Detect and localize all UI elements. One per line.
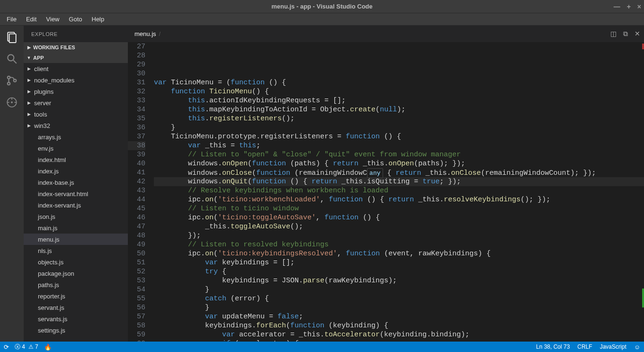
compare-icon[interactable]: ⧉ xyxy=(623,30,628,38)
chevron-right-icon: ▶ xyxy=(27,45,31,50)
menu-help[interactable]: Help xyxy=(87,16,109,23)
sidebar-title: EXPLORE xyxy=(24,26,128,42)
file-env-js[interactable]: env.js xyxy=(24,143,128,154)
chevron-right-icon: ▶ xyxy=(27,89,32,94)
window-close-icon[interactable]: × xyxy=(637,3,641,10)
window-title: menu.js - app - Visual Studio Code xyxy=(271,3,373,10)
feedback-icon[interactable]: ☺ xyxy=(634,343,640,351)
svg-point-8 xyxy=(11,102,12,103)
code-editor[interactable]: 2728293031323334353637383940414243444546… xyxy=(128,42,644,342)
file-reporter-js[interactable]: reporter.js xyxy=(24,290,128,302)
warning-icon: ⚠ xyxy=(28,343,34,350)
file-index-base-js[interactable]: index-base.js xyxy=(24,177,128,188)
file-menu-js[interactable]: menu.js xyxy=(24,234,128,245)
svg-point-4 xyxy=(8,76,10,79)
file-objects-js[interactable]: objects.js xyxy=(24,256,128,268)
flame-icon[interactable]: 🔥 xyxy=(44,343,52,351)
file-servant-js[interactable]: servant.js xyxy=(24,302,128,313)
svg-point-5 xyxy=(8,82,10,85)
chevron-right-icon: ▶ xyxy=(27,123,32,128)
tab-bar: menu.js / ◫ ⧉ ✕ xyxy=(128,26,644,42)
folder-plugins[interactable]: ▶plugins xyxy=(24,86,128,97)
file-settings-js[interactable]: settings.js xyxy=(24,325,128,336)
status-bar: ⟳ ⓧ 4 ⚠ 7 🔥 Ln 38, Col 73 CRLF JavaScrip… xyxy=(0,342,644,352)
svg-point-6 xyxy=(14,79,16,81)
folder-tools[interactable]: ▶tools xyxy=(24,108,128,120)
close-editor-icon[interactable]: ✕ xyxy=(635,30,640,38)
menu-view[interactable]: View xyxy=(41,16,64,23)
window-minimize-icon[interactable]: — xyxy=(614,3,620,10)
file-servants-js[interactable]: servants.js xyxy=(24,313,128,325)
parameter-hint: any xyxy=(367,168,383,178)
error-icon: ⓧ xyxy=(15,343,20,350)
file-main-js[interactable]: main.js xyxy=(24,222,128,234)
sync-icon[interactable]: ⟳ xyxy=(4,343,9,351)
file-package-json[interactable]: package.json xyxy=(24,268,128,279)
window-titlebar: menu.js - app - Visual Studio Code — + × xyxy=(0,0,644,13)
file-index-html[interactable]: index.html xyxy=(24,154,128,165)
folder-client[interactable]: ▶client xyxy=(24,63,128,74)
status-lang[interactable]: JavaScript xyxy=(600,343,626,350)
chevron-right-icon: ▶ xyxy=(27,66,32,71)
explorer-icon[interactable] xyxy=(5,30,18,44)
menubar: File Edit View Goto Help xyxy=(0,13,644,26)
overview-git-marker xyxy=(642,289,644,307)
menu-edit[interactable]: Edit xyxy=(21,16,41,23)
window-maximize-icon[interactable]: + xyxy=(627,3,631,10)
file-index-servant-js[interactable]: index-servant.js xyxy=(24,199,128,211)
menu-file[interactable]: File xyxy=(2,16,21,23)
debug-icon[interactable] xyxy=(5,96,18,109)
status-errors[interactable]: ⓧ 4 ⚠ 7 xyxy=(15,343,38,351)
overview-error-marker xyxy=(642,44,644,49)
chevron-right-icon: ▶ xyxy=(27,112,32,117)
svg-point-2 xyxy=(8,54,14,61)
folder-win32[interactable]: ▶win32 xyxy=(24,120,128,131)
status-cursor[interactable]: Ln 38, Col 73 xyxy=(536,343,570,350)
sidebar-section-working[interactable]: ▶ WORKING FILES xyxy=(24,42,128,53)
chevron-down-icon: ▼ xyxy=(27,55,31,60)
sidebar-section-project[interactable]: ▼ APP xyxy=(24,53,128,63)
file-arrays-js[interactable]: arrays.js xyxy=(24,131,128,143)
split-editor-icon[interactable]: ◫ xyxy=(610,30,617,38)
svg-line-3 xyxy=(13,60,17,63)
folder-server[interactable]: ▶server xyxy=(24,97,128,108)
file-paths-js[interactable]: paths.js xyxy=(24,279,128,290)
file-json-js[interactable]: json.js xyxy=(24,211,128,222)
file-index-servant-html[interactable]: index-servant.html xyxy=(24,188,128,199)
menu-goto[interactable]: Goto xyxy=(64,16,87,23)
git-icon[interactable] xyxy=(5,74,18,87)
chevron-right-icon: ▶ xyxy=(27,78,32,82)
file-index-js[interactable]: index.js xyxy=(24,165,128,177)
file-tree: ▶client▶node_modules▶plugins▶server▶tool… xyxy=(24,63,128,342)
status-eol[interactable]: CRLF xyxy=(577,343,592,350)
search-icon[interactable] xyxy=(5,52,18,65)
folder-node_modules[interactable]: ▶node_modules xyxy=(24,74,128,86)
activity-bar xyxy=(0,26,24,342)
tab-menu-js[interactable]: menu.js / xyxy=(132,26,166,42)
sidebar: EXPLORE ▶ WORKING FILES ▼ APP ▶client▶no… xyxy=(24,26,128,342)
editor: menu.js / ◫ ⧉ ✕ 272829303132333435363738… xyxy=(128,26,644,342)
svg-rect-1 xyxy=(9,34,16,43)
file-nls-js[interactable]: nls.js xyxy=(24,245,128,256)
chevron-right-icon: ▶ xyxy=(27,100,32,105)
